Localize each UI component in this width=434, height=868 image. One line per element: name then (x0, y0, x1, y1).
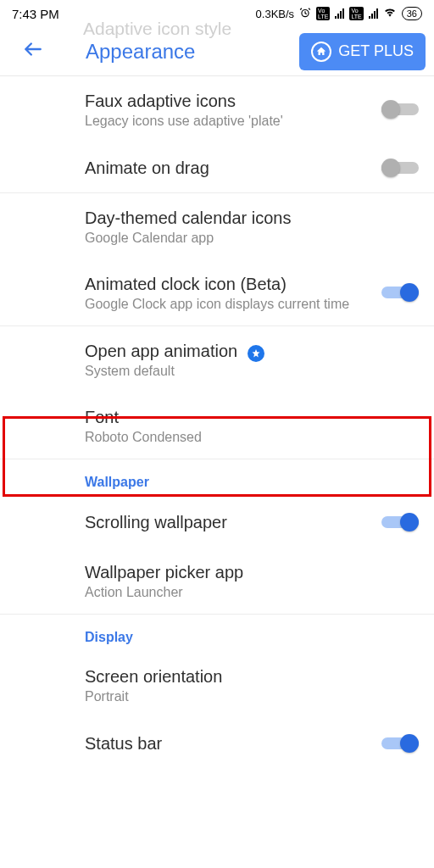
row-sub: Portrait (85, 689, 410, 704)
toggle-animate[interactable] (381, 158, 419, 178)
row-animated-clock[interactable]: Animated clock icon (Beta) Google Clock … (0, 259, 434, 326)
row-title: Faux adaptive icons (85, 90, 373, 112)
signal-icon-2 (369, 8, 378, 19)
row-wallpaper-picker[interactable]: Wallpaper picker app Action Launcher (0, 548, 434, 615)
row-open-app-animation[interactable]: Open app animation System default (0, 326, 434, 392)
status-speed: 0.3KB/s (256, 8, 295, 20)
toggle-faux[interactable] (381, 99, 419, 120)
toggle-scrolling-wallpaper[interactable] (381, 512, 419, 532)
row-sub: System default (85, 364, 410, 379)
row-status-bar[interactable]: Status bar (0, 718, 434, 769)
page-title: Appearance (83, 38, 198, 65)
settings-list: Faux adaptive icons Legacy icons use ada… (0, 76, 434, 769)
battery-icon: 36 (402, 7, 422, 20)
alarm-icon (299, 7, 311, 21)
section-display: Display (0, 615, 434, 652)
row-font[interactable]: Font Roboto Condensed (0, 392, 434, 459)
row-title: Day-themed calendar icons (85, 207, 410, 229)
row-title: Animate on drag (85, 157, 373, 179)
star-icon (248, 345, 264, 362)
home-icon (311, 42, 331, 62)
lte-icon-2: VoLTE (349, 7, 363, 20)
get-plus-button[interactable]: GET PLUS (299, 33, 426, 70)
row-title: Wallpaper picker app (85, 561, 410, 583)
row-scrolling-wallpaper[interactable]: Scrolling wallpaper (0, 497, 434, 548)
lte-icon-1: VoLTE (316, 7, 330, 20)
row-day-calendar[interactable]: Day-themed calendar icons Google Calenda… (0, 193, 434, 259)
wifi-icon (383, 7, 397, 21)
back-button[interactable] (15, 35, 51, 69)
app-bar: Appearance GET PLUS (0, 27, 434, 76)
row-title: Animated clock icon (Beta) (85, 273, 373, 295)
row-title-text: Open app animation (85, 342, 237, 360)
row-title: Font (85, 406, 410, 428)
row-title: Status bar (85, 732, 373, 754)
row-sub: Google Calendar app (85, 231, 410, 246)
row-screen-orientation[interactable]: Screen orientation Portrait (0, 652, 434, 718)
row-sub: Legacy icons use adaptive 'plate' (85, 114, 373, 129)
status-right: 0.3KB/s VoLTE VoLTE 36 (256, 7, 422, 21)
toggle-status-bar[interactable] (381, 733, 419, 754)
row-faux-adaptive-icons[interactable]: Faux adaptive icons Legacy icons use ada… (0, 76, 434, 142)
status-time: 7:43 PM (12, 7, 59, 21)
row-title: Open app animation (85, 340, 410, 362)
row-sub: Google Clock app icon displays current t… (85, 297, 373, 312)
row-animate-on-drag[interactable]: Animate on drag (0, 142, 434, 193)
signal-icon-1 (335, 8, 344, 19)
row-title: Scrolling wallpaper (85, 511, 373, 533)
row-sub: Action Launcher (85, 585, 410, 600)
section-wallpaper: Wallpaper (0, 459, 434, 497)
row-sub: Roboto Condensed (85, 430, 410, 445)
toggle-clock[interactable] (381, 282, 419, 303)
get-plus-label: GET PLUS (338, 42, 414, 60)
row-title: Screen orientation (85, 665, 410, 687)
